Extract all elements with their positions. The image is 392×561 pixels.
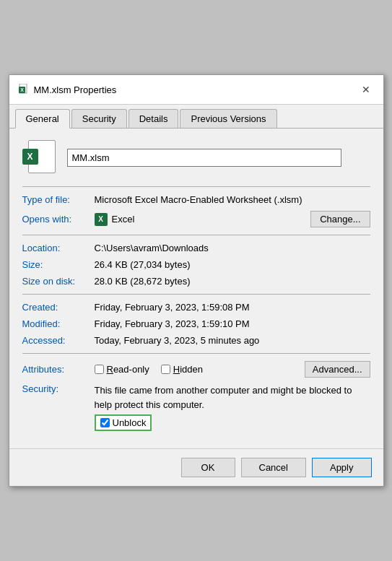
title-bar-left: X MM.xlsm Properties bbox=[18, 84, 117, 95]
svg-text:X: X bbox=[20, 87, 24, 92]
unblock-checkbox[interactable] bbox=[100, 418, 110, 427]
bottom-buttons: OK Cancel Apply bbox=[9, 448, 383, 486]
tab-content-general: X Type of file: Microsoft Excel Macro-En… bbox=[9, 129, 383, 448]
created-value: Friday, February 3, 2023, 1:59:08 PM bbox=[95, 302, 370, 313]
change-button[interactable]: Change... bbox=[310, 211, 370, 227]
file-icon-large: X bbox=[22, 140, 57, 175]
created-label: Created: bbox=[22, 302, 95, 313]
accessed-label: Accessed: bbox=[22, 335, 95, 346]
security-label: Security: bbox=[22, 383, 95, 394]
created-row: Created: Friday, February 3, 2023, 1:59:… bbox=[22, 302, 370, 313]
size-on-disk-label: Size on disk: bbox=[22, 276, 95, 287]
attributes-row: Attributes: Read-only Hidden Advanced... bbox=[22, 361, 370, 378]
separator-4 bbox=[22, 353, 370, 354]
file-header: X bbox=[22, 140, 370, 175]
opens-with-label: Opens with: bbox=[22, 214, 95, 225]
cancel-button[interactable]: Cancel bbox=[241, 458, 306, 477]
modified-label: Modified: bbox=[22, 318, 95, 329]
hidden-label: Hidden bbox=[173, 364, 203, 375]
title-file-icon: X bbox=[18, 84, 30, 95]
separator-2 bbox=[22, 235, 370, 235]
tab-security[interactable]: Security bbox=[71, 109, 127, 128]
size-on-disk-value: 28.0 KB (28,672 bytes) bbox=[95, 276, 370, 287]
checkbox-group: Read-only Hidden bbox=[95, 364, 305, 375]
tab-general[interactable]: General bbox=[15, 109, 70, 129]
readonly-label: Read-only bbox=[107, 364, 149, 375]
title-bar: X MM.xlsm Properties ✕ bbox=[9, 75, 383, 105]
size-value: 26.4 KB (27,034 bytes) bbox=[95, 259, 370, 270]
accessed-value: Today, February 3, 2023, 5 minutes ago bbox=[95, 335, 370, 346]
opens-with-row: Opens with: X Excel Change... bbox=[22, 211, 370, 227]
unblock-container: Unblock bbox=[95, 414, 152, 431]
tab-previous-versions[interactable]: Previous Versions bbox=[180, 109, 276, 128]
size-label: Size: bbox=[22, 259, 95, 270]
location-value: C:\Users\avram\Downloads bbox=[95, 243, 370, 253]
apply-button[interactable]: Apply bbox=[312, 458, 372, 477]
filename-input[interactable] bbox=[67, 149, 341, 167]
readonly-checkbox-item: Read-only bbox=[95, 364, 149, 375]
readonly-checkbox[interactable] bbox=[95, 365, 104, 374]
opens-with-value: X Excel bbox=[95, 213, 311, 226]
size-row: Size: 26.4 KB (27,034 bytes) bbox=[22, 259, 370, 270]
excel-small-icon: X bbox=[95, 213, 108, 226]
ok-button[interactable]: OK bbox=[181, 458, 235, 477]
excel-badge-icon: X bbox=[22, 149, 38, 165]
advanced-button[interactable]: Advanced... bbox=[305, 361, 370, 378]
separator-3 bbox=[22, 294, 370, 295]
type-of-file-label: Type of file: bbox=[22, 194, 95, 205]
security-text: This file came from another computer and… bbox=[95, 383, 370, 412]
security-content: This file came from another computer and… bbox=[95, 383, 370, 431]
modified-value: Friday, February 3, 2023, 1:59:10 PM bbox=[95, 318, 370, 329]
type-of-file-row: Type of file: Microsoft Excel Macro-Enab… bbox=[22, 194, 370, 205]
location-row: Location: C:\Users\avram\Downloads bbox=[22, 243, 370, 253]
attributes-label: Attributes: bbox=[22, 364, 95, 375]
separator-1 bbox=[22, 186, 370, 187]
hidden-checkbox-item: Hidden bbox=[161, 364, 203, 375]
size-on-disk-row: Size on disk: 28.0 KB (28,672 bytes) bbox=[22, 276, 370, 287]
tab-details[interactable]: Details bbox=[129, 109, 179, 128]
security-row: Security: This file came from another co… bbox=[22, 383, 370, 431]
hidden-checkbox[interactable] bbox=[161, 365, 170, 374]
type-of-file-value: Microsoft Excel Macro-Enabled Worksheet … bbox=[95, 194, 370, 205]
tab-bar: General Security Details Previous Versio… bbox=[9, 105, 383, 129]
unblock-label: Unblock bbox=[113, 417, 147, 428]
properties-dialog: X MM.xlsm Properties ✕ General Security … bbox=[9, 74, 384, 487]
location-label: Location: bbox=[22, 243, 95, 253]
modified-row: Modified: Friday, February 3, 2023, 1:59… bbox=[22, 318, 370, 329]
dialog-title: MM.xlsm Properties bbox=[34, 84, 117, 95]
accessed-row: Accessed: Today, February 3, 2023, 5 min… bbox=[22, 335, 370, 346]
close-button[interactable]: ✕ bbox=[357, 81, 375, 98]
opens-with-app: Excel bbox=[112, 214, 135, 225]
